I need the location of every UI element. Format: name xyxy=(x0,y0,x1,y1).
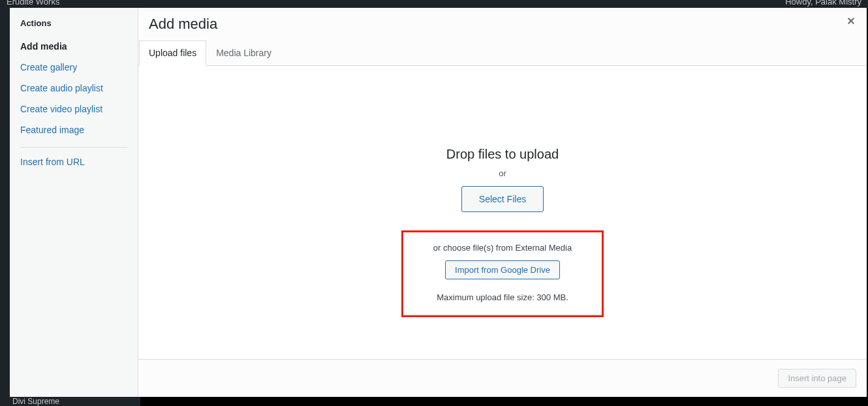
sidebar-item-create-audio-playlist[interactable]: Create audio playlist xyxy=(20,78,127,99)
modal-header: Add media xyxy=(138,8,867,40)
media-modal: Actions Add media Create gallery Create … xyxy=(10,8,867,397)
insert-into-page-button[interactable]: Insert into page xyxy=(778,369,856,388)
upload-area[interactable]: Drop files to upload or Select Files or … xyxy=(138,66,867,359)
sidebar-separator xyxy=(20,147,127,148)
tab-upload-files[interactable]: Upload files xyxy=(139,40,206,66)
modal-main: Add media Upload files Media Library Dro… xyxy=(138,8,867,397)
select-files-button[interactable]: Select Files xyxy=(461,186,544,212)
modal-sidebar: Actions Add media Create gallery Create … xyxy=(10,8,138,397)
sidebar-item-create-video-playlist[interactable]: Create video playlist xyxy=(20,99,127,119)
user-greeting[interactable]: Howdy, Palak Mistry xyxy=(785,0,861,7)
close-icon[interactable] xyxy=(839,14,863,31)
sidebar-item-create-gallery[interactable]: Create gallery xyxy=(20,57,127,78)
tabs: Upload files Media Library xyxy=(138,40,867,66)
sidebar-menu: Add media Create gallery Create audio pl… xyxy=(20,36,127,140)
external-media-text: or choose file(s) from External Media xyxy=(433,243,572,253)
external-media-box: or choose file(s) from External Media Im… xyxy=(401,230,604,317)
import-google-drive-button[interactable]: Import from Google Drive xyxy=(445,260,560,279)
sidebar-heading: Actions xyxy=(20,18,127,28)
drop-or-text: or xyxy=(499,168,506,178)
modal-footer: Insert into page xyxy=(138,359,867,397)
site-name[interactable]: Erudite Works xyxy=(7,0,59,7)
sidebar-item-insert-url[interactable]: Insert from URL xyxy=(20,151,127,172)
modal-title: Add media xyxy=(149,8,217,40)
wp-admin-sidebar xyxy=(0,8,10,406)
bottom-menu-item[interactable]: Divi Supreme xyxy=(10,397,140,406)
sidebar-item-add-media[interactable]: Add media xyxy=(20,36,127,57)
tab-media-library[interactable]: Media Library xyxy=(206,40,281,66)
max-upload-size: Maximum upload file size: 300 MB. xyxy=(433,292,572,302)
sidebar-item-featured-image[interactable]: Featured image xyxy=(20,119,127,140)
admin-bar: Erudite Works Howdy, Palak Mistry xyxy=(0,0,868,8)
drop-title: Drop files to upload xyxy=(446,147,559,162)
